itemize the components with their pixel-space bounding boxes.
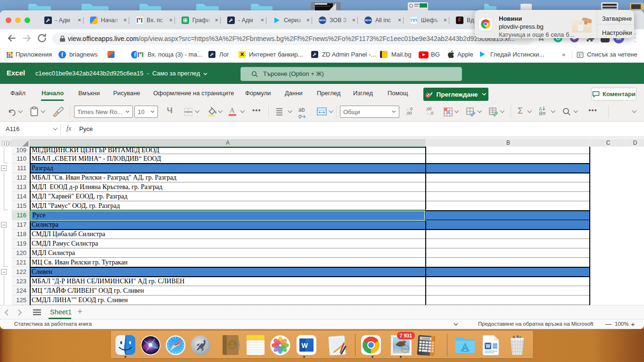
svg-text:W: W — [486, 344, 490, 349]
svg-text:W: W — [301, 342, 308, 349]
